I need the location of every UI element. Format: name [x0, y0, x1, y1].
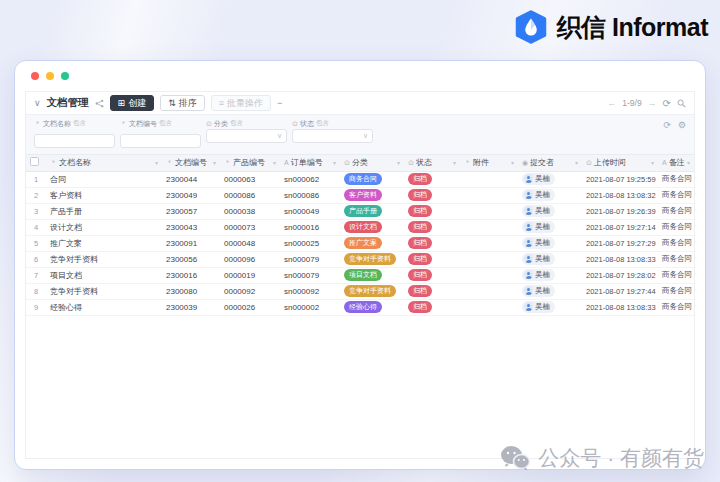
table-row[interactable]: 4 设计文档 2300043 0000073 sn000016 设计文档 归档 …: [26, 219, 694, 235]
search-icon[interactable]: [677, 99, 686, 108]
table-row[interactable]: 2 客户资料 2300049 0000086 sn000086 客户资料 归档 …: [26, 187, 694, 203]
table-row[interactable]: 9 经验心得 2300039 0000026 sn000002 经验心得 归档 …: [26, 299, 694, 315]
column-type-icon: A: [284, 159, 289, 166]
cell-doc-name[interactable]: 合同: [46, 171, 162, 187]
submitter-chip: 吴楠: [522, 269, 555, 281]
cell-submitter: 吴楠: [518, 187, 582, 203]
refresh-icon[interactable]: ⟳: [663, 98, 671, 109]
avatar: [524, 206, 533, 215]
status-badge: 归档: [408, 237, 432, 248]
pagination-label: 1-9/9: [622, 98, 641, 108]
column-header[interactable]: ＊ 产品编号 ▾: [220, 155, 280, 172]
cell-doc-name[interactable]: 经验心得: [46, 299, 162, 315]
column-menu-icon[interactable]: ▾: [397, 159, 400, 166]
status-badge: 归档: [408, 221, 432, 232]
row-index: 1: [26, 171, 46, 187]
filter-input[interactable]: [34, 134, 115, 148]
column-header[interactable]: ＊ 附件 ▾: [460, 155, 518, 172]
column-header[interactable]: A 备注 ▾: [658, 155, 694, 172]
cell-status: 归档: [404, 283, 460, 299]
cell-doc-name[interactable]: 客户资料: [46, 187, 162, 203]
column-type-icon: ⊙: [408, 159, 414, 167]
column-menu-icon[interactable]: ▾: [155, 159, 158, 166]
cell-doc-no: 2300056: [162, 251, 220, 267]
cell-doc-name[interactable]: 产品手册: [46, 203, 162, 219]
table-row[interactable]: 5 推广文案 2300091 0000048 sn000025 推广文案 归档 …: [26, 235, 694, 251]
chevron-down-icon[interactable]: ∨: [34, 98, 41, 108]
minimize-window-icon[interactable]: [46, 72, 54, 80]
chevron-down-icon: ∨: [363, 132, 368, 140]
avatar: [524, 302, 533, 311]
column-menu-icon[interactable]: ▾: [651, 159, 654, 166]
cell-product-no: 0000086: [220, 187, 280, 203]
batch-actions-button[interactable]: ≡ 批量操作: [211, 95, 271, 111]
column-label: 订单编号: [291, 157, 323, 168]
category-tag: 商务合同: [344, 173, 382, 184]
column-type-icon: ⊙: [344, 159, 350, 167]
column-menu-icon[interactable]: ▾: [213, 159, 216, 166]
cell-attachment: [460, 235, 518, 251]
cell-status: 归档: [404, 203, 460, 219]
cell-doc-name[interactable]: 竞争对手资料: [46, 251, 162, 267]
cell-doc-name[interactable]: 竞争对手资料: [46, 283, 162, 299]
close-window-icon[interactable]: [31, 72, 39, 80]
column-header[interactable]: ⊙ 分类 ▾: [340, 155, 404, 172]
column-header[interactable]: A 订单编号 ▾: [280, 155, 340, 172]
table-row[interactable]: 3 产品手册 2300057 0000038 sn000049 产品手册 归档 …: [26, 203, 694, 219]
category-tag: 竞争对手资料: [344, 285, 396, 296]
more-actions-icon[interactable]: −: [277, 98, 282, 108]
cell-status: 归档: [404, 235, 460, 251]
column-label: 产品编号: [233, 157, 265, 168]
select-all-checkbox[interactable]: [30, 157, 39, 166]
table-row[interactable]: 8 竞争对手资料 2300080 0000092 sn000092 竞争对手资料…: [26, 283, 694, 299]
column-header[interactable]: ⊙ 状态 ▾: [404, 155, 460, 172]
column-header[interactable]: ＊ 文档名称 ▾: [46, 155, 162, 172]
chevron-down-icon: ∨: [277, 132, 282, 140]
column-header[interactable]: ◉ 提交者 ▾: [518, 155, 582, 172]
filter-select[interactable]: ∨: [206, 129, 287, 143]
filter-label: 分类: [214, 119, 228, 129]
filter-group: ⊙ 分类 包含 ∨: [206, 118, 287, 148]
table-row[interactable]: 1 合同 2300044 0000063 sn000062 商务合同 归档 吴楠…: [26, 171, 694, 187]
column-menu-icon[interactable]: ▾: [511, 159, 514, 166]
cell-attachment: [460, 251, 518, 267]
table-row[interactable]: 7 项目文档 2300016 0000019 sn000079 项目文档 归档 …: [26, 267, 694, 283]
status-badge: 归档: [408, 173, 432, 184]
column-menu-icon[interactable]: ▾: [575, 159, 578, 166]
cell-doc-name[interactable]: 设计文档: [46, 219, 162, 235]
column-menu-icon[interactable]: ▾: [453, 159, 456, 166]
next-page-icon[interactable]: →: [648, 98, 657, 108]
submitter-chip: 吴楠: [522, 285, 555, 297]
table-body: 1 合同 2300044 0000063 sn000062 商务合同 归档 吴楠…: [26, 171, 694, 315]
cell-doc-name[interactable]: 项目文档: [46, 267, 162, 283]
filter-select[interactable]: ∨: [292, 129, 373, 143]
share-icon[interactable]: [95, 99, 104, 108]
filter-input[interactable]: [120, 134, 201, 148]
submitter-name: 吴楠: [535, 270, 550, 280]
cell-submitter: 吴楠: [518, 251, 582, 267]
cell-product-no: 0000038: [220, 203, 280, 219]
refresh-filters-icon[interactable]: ⟳: [663, 120, 671, 130]
sort-button[interactable]: ⇅ 排序: [160, 95, 205, 111]
column-header[interactable]: ⊙ 上传时间 ▾: [582, 155, 658, 172]
filter-field-icon: ⊙: [292, 120, 298, 128]
wechat-icon: [500, 445, 530, 471]
column-menu-icon[interactable]: ▾: [687, 159, 690, 166]
gear-icon[interactable]: ⚙: [678, 120, 686, 130]
submitter-name: 吴楠: [535, 302, 550, 312]
column-header[interactable]: ＊ 文档编号 ▾: [162, 155, 220, 172]
prev-page-icon[interactable]: ←: [607, 98, 616, 108]
column-menu-icon[interactable]: ▾: [273, 159, 276, 166]
table-row[interactable]: 6 竞争对手资料 2300056 0000096 sn000079 竞争对手资料…: [26, 251, 694, 267]
maximize-window-icon[interactable]: [61, 72, 69, 80]
cell-remark: 商务合同: [658, 187, 694, 203]
category-tag: 客户资料: [344, 189, 382, 200]
create-button[interactable]: ⊞ 创建: [110, 95, 155, 111]
submitter-name: 吴楠: [535, 238, 550, 248]
cell-status: 归档: [404, 267, 460, 283]
cell-doc-name[interactable]: 推广文案: [46, 235, 162, 251]
column-menu-icon[interactable]: ▾: [333, 159, 336, 166]
submitter-chip: 吴楠: [522, 221, 555, 233]
cell-category: 设计文档: [340, 219, 404, 235]
filter-field-icon: ＊: [34, 119, 41, 129]
